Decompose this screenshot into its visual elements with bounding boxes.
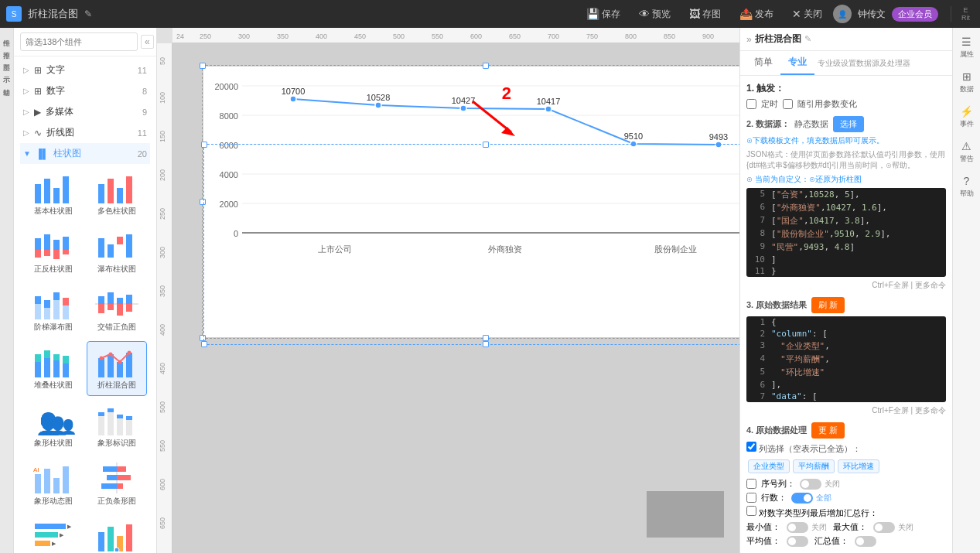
chart-label-neg-bar: 正负条形图 <box>97 496 136 507</box>
icon-tab-attrs[interactable]: ☰ 属性 <box>954 31 979 64</box>
svg-rect-72 <box>107 475 117 480</box>
avg-toggle[interactable] <box>787 536 808 547</box>
raw-data-refresh-button[interactable]: 刷 新 <box>811 297 845 313</box>
svg-text:300: 300 <box>159 247 166 258</box>
svg-text:外商独资: 外商独资 <box>488 244 522 254</box>
sidebar-categories: ▷ ⊞ 文字 11 ▷ ⊞ 数字 8 <box>14 56 156 553</box>
title-edit-icon[interactable]: ✎ <box>84 9 92 19</box>
preview-button[interactable]: 👁 预览 <box>634 6 675 22</box>
svg-text:100: 100 <box>159 92 166 104</box>
code-editor-2[interactable]: 1 { 2 "column": [ 3 "企业类型", 4 "平均薪酬", <box>746 316 946 402</box>
svg-text:800: 800 <box>625 32 637 40</box>
svg-text:650: 650 <box>159 517 166 529</box>
chart-label-figure-ani: 象形动态图 <box>34 496 73 507</box>
sum-toggle[interactable] <box>855 536 876 547</box>
shortcut-hint-2: Ctrl+F全屏 | 更多命令 <box>746 405 946 416</box>
tag-avg-salary[interactable]: 平均薪酬 <box>793 459 835 473</box>
trigger-options: 定时 随引用参数变化 <box>746 98 946 110</box>
code-editor-1[interactable]: 5 ["合资",10528, 5], 6 ["外商独资",10427, 1.6]… <box>746 188 946 277</box>
svg-rect-64 <box>35 474 41 493</box>
help-label: 帮助 <box>960 189 974 199</box>
download-link[interactable]: ⊙下载模板文件，填充数据后即可展示。 <box>746 135 946 146</box>
max-toggle[interactable]: 关闭 <box>873 522 913 533</box>
section-raw-data: 3. 原始数据结果 刷 新 1 { 2 "column": [ 3 "企业类型"… <box>746 297 946 416</box>
top-actions: 💾 保存 👁 预览 🖼 存图 📤 发布 ✕ 关闭 <box>582 6 827 22</box>
sidebar-cat-text[interactable]: ▷ ⊞ 文字 11 <box>20 60 150 80</box>
icon-tab-help[interactable]: ? 帮助 <box>954 170 979 203</box>
tab-professional[interactable]: 专业 <box>780 51 814 75</box>
tag-enterprise-type[interactable]: 企业类型 <box>748 459 790 473</box>
svg-rect-39 <box>44 358 50 377</box>
chart-item-pos-bar[interactable]: 正反柱状图 <box>23 225 84 280</box>
chart-item-multi-bar[interactable]: 多色柱状图 <box>87 167 147 222</box>
chart-item-stair[interactable]: 阶梯瀑布图 <box>23 283 84 338</box>
tab-simple[interactable]: 简单 <box>746 51 780 75</box>
icon-tab-data[interactable]: ⊞ 数据 <box>954 66 979 99</box>
canvas-area[interactable]: 24 250 300 350 400 450 500 550 600 650 7… <box>157 28 739 553</box>
sidebar-cat-bar[interactable]: ▼ ▐▌ 柱状图 20 <box>20 143 150 164</box>
col-select-checkbox[interactable] <box>746 442 756 452</box>
chart-item-dynamic-bar[interactable]: 动态柱状图 <box>87 515 147 553</box>
svg-text:AI: AI <box>33 466 39 473</box>
inner-handle-bc[interactable] <box>483 341 489 347</box>
main-layout: 组件 推荐 图层 示示 辅助 « ▷ ⊞ 文字 <box>0 28 980 553</box>
avg-sum-row: 平均值： 汇总值： <box>746 535 946 547</box>
svg-text:▶: ▶ <box>67 524 72 529</box>
svg-rect-3 <box>63 176 69 203</box>
svg-rect-56 <box>98 416 104 435</box>
sidebar-cat-line[interactable]: ▷ ∿ 折线图 11 <box>20 122 150 143</box>
save-button[interactable]: 💾 保存 <box>582 6 625 22</box>
svg-point-130 <box>545 106 551 112</box>
chart-item-dynamic-rank[interactable]: ▶ ▶ ▶ 动态排序图 <box>23 515 84 553</box>
chart-item-figure-ani[interactable]: AI 象形动态图 <box>23 457 84 512</box>
chart-item-basic-bar[interactable]: 基本柱状图 <box>23 167 84 222</box>
export-button[interactable]: 🖼 存图 <box>685 6 726 22</box>
close-button[interactable]: ✕ 关闭 <box>787 6 827 22</box>
num-agg-checkbox[interactable] <box>746 506 756 516</box>
svg-text:9493: 9493 <box>709 132 728 142</box>
tag-growth-rate[interactable]: 环比增速 <box>838 459 879 473</box>
svg-point-50 <box>109 353 113 357</box>
user-avatar: 👤 <box>833 5 852 23</box>
chart-item-waterfall[interactable]: 瀑布柱状图 <box>87 225 147 280</box>
chart-item-figure-bar[interactable]: 👤 👤 👤 象形柱状图 <box>23 399 84 454</box>
icon-tab-warning[interactable]: ⚠ 警告 <box>954 135 979 169</box>
row-count-toggle[interactable]: 全部 <box>791 493 831 504</box>
chart-item-fold-mix[interactable]: 折柱混合图 <box>87 341 147 396</box>
chart-label-figure-mark: 象形标识图 <box>97 438 136 449</box>
min-toggle[interactable]: 关闭 <box>787 522 827 533</box>
publish-button[interactable]: 📤 发布 <box>735 6 778 22</box>
inner-handle-bl[interactable] <box>201 341 207 347</box>
chart-item-cross[interactable]: 交错正负图 <box>87 283 147 338</box>
chart-item-figure-mark[interactable]: 象形标识图 <box>87 399 147 454</box>
svg-rect-30 <box>98 304 104 313</box>
section-datasource: 2. 数据源： 静态数据 选择 ⊙下载模板文件，填充数据后即可展示。 JSON格… <box>746 116 946 291</box>
sidebar-cat-media[interactable]: ▷ ▶ 多媒体 9 <box>20 101 150 122</box>
svg-rect-71 <box>117 466 126 472</box>
sidebar-collapse-button[interactable]: « <box>141 35 154 49</box>
row-order-checkbox[interactable] <box>746 479 756 489</box>
svg-rect-23 <box>44 300 50 308</box>
col-select-label: 列选择（空表示已全选）： <box>746 442 946 455</box>
component-search-input[interactable] <box>20 32 138 51</box>
chart-item-neg-bar[interactable]: 正负条形图 <box>87 457 147 512</box>
warning-icon: ⚠ <box>961 140 971 152</box>
svg-text:0: 0 <box>234 229 238 238</box>
row-order-toggle[interactable]: 关闭 <box>800 479 840 490</box>
chart-item-stacked[interactable]: 堆叠柱状图 <box>23 341 84 396</box>
icon-tab-events[interactable]: ⚡ 事件 <box>954 101 979 134</box>
data-process-update-button[interactable]: 更 新 <box>811 422 845 439</box>
panel-edit-icon[interactable]: ✎ <box>804 34 811 44</box>
canvas-workspace[interactable]: 20000 8000 6000 4000 2000 0 <box>172 43 739 553</box>
svg-rect-18 <box>117 237 123 244</box>
code-line-8: 8 ["股份制企业",9510, 2.9], <box>746 227 946 241</box>
datasource-select-button[interactable]: 选择 <box>833 116 864 132</box>
row-count-checkbox[interactable] <box>746 493 756 503</box>
section-trigger-title: 1. 触发： <box>746 82 946 95</box>
chart-label-stair: 阶梯瀑布图 <box>34 322 73 333</box>
trigger-param-checkbox[interactable] <box>783 99 793 109</box>
events-icon: ⚡ <box>960 105 973 118</box>
svg-text:20000: 20000 <box>214 82 238 91</box>
trigger-timer-checkbox[interactable] <box>746 99 756 109</box>
sidebar-cat-number[interactable]: ▷ ⊞ 数字 8 <box>20 80 150 101</box>
